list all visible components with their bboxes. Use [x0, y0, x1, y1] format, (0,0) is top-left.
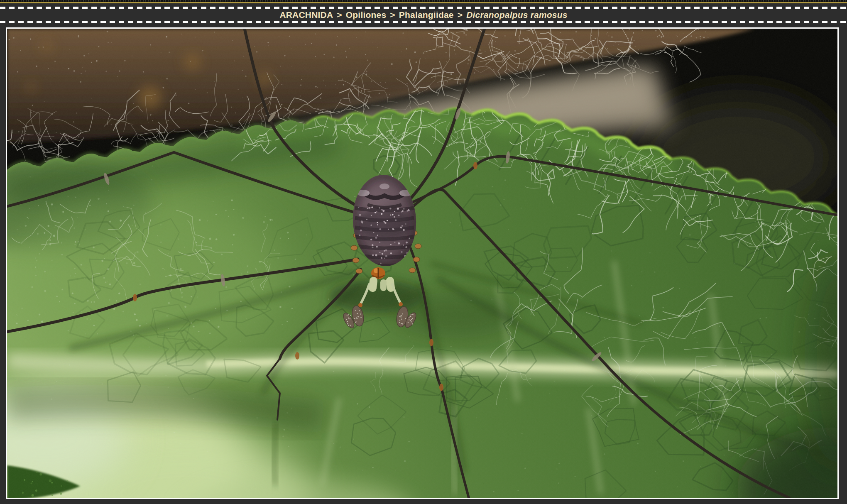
breadcrumb-item-class[interactable]: ARACHNIDA	[279, 10, 333, 20]
breadcrumb-item-order[interactable]: Opiliones	[346, 10, 386, 20]
breadcrumb-separator: >	[337, 10, 342, 20]
breadcrumb-item-family[interactable]: Phalangiidae	[399, 10, 454, 20]
breadcrumb: ARACHNIDA > Opiliones > Phalangiidae > D…	[0, 9, 847, 21]
breadcrumb-separator: >	[458, 10, 463, 20]
breadcrumb-item-species[interactable]: Dicranopalpus ramosus	[466, 10, 567, 20]
specimen-photo	[7, 29, 837, 498]
top-dotted-border	[0, 0, 847, 3]
breadcrumb-separator: >	[390, 10, 395, 20]
photo-frame	[6, 27, 839, 499]
page: ARACHNIDA > Opiliones > Phalangiidae > D…	[0, 0, 847, 504]
dashed-divider-bottom	[0, 21, 847, 23]
